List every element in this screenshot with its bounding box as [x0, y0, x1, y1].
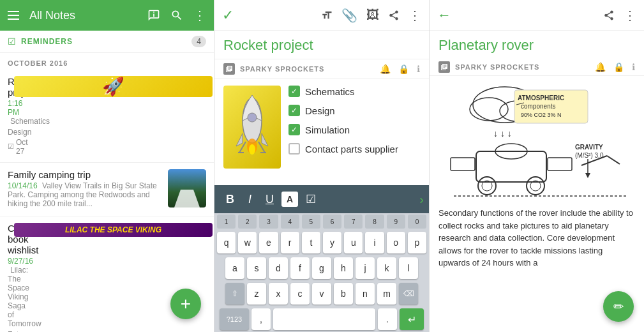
share-icon[interactable]	[388, 10, 400, 21]
key-n[interactable]: n	[356, 283, 375, 305]
highlight-button[interactable]: A	[281, 192, 298, 207]
key-q[interactable]: q	[217, 232, 236, 253]
key-b[interactable]: b	[334, 283, 353, 305]
key-t[interactable]: t	[302, 232, 320, 253]
rover-notebook-name: SPARKY SPROCKETS	[455, 63, 590, 71]
key-m[interactable]: m	[377, 283, 396, 305]
checklist-text-parts: Contact parts supplier	[305, 144, 398, 155]
back-icon[interactable]: ←	[437, 7, 451, 24]
more-icon-editor[interactable]: ⋮	[408, 8, 421, 23]
rover-lock-icon[interactable]: 🔒	[613, 62, 624, 72]
note-item-rocket[interactable]: Rocket project 1:16 PM Schematics Design…	[0, 70, 214, 163]
font-icon[interactable]	[321, 10, 333, 21]
editor-title: Rocket project	[223, 37, 420, 54]
key-o[interactable]: o	[387, 232, 405, 253]
svg-text:↓ ↓ ↓: ↓ ↓ ↓	[493, 128, 512, 139]
key-l[interactable]: l	[399, 257, 418, 279]
search-icon[interactable]	[170, 9, 183, 22]
key-u[interactable]: u	[344, 232, 363, 253]
note-title-camping: Family camping trip	[8, 169, 161, 180]
key-space[interactable]	[273, 308, 375, 330]
key-c[interactable]: c	[290, 283, 310, 305]
key-comma[interactable]: ,	[251, 308, 271, 330]
checklist-item-schematics[interactable]: Schematics	[288, 86, 420, 97]
notes-panel: All Notes ⋮ ☑ REMINDERS 4 OCTOBER 2016 R…	[0, 0, 214, 332]
add-note-button[interactable]: +	[170, 289, 201, 319]
expand-format-icon[interactable]: ›	[419, 192, 424, 207]
key-v[interactable]: v	[312, 283, 331, 305]
checklist-item-design[interactable]: Design	[288, 105, 420, 116]
key-symbols[interactable]: ?123	[220, 308, 249, 330]
notebook-bar: SPARKY SPROCKETS 🔔 🔒 ℹ	[214, 59, 429, 79]
reminders-bar[interactable]: ☑ REMINDERS 4	[0, 31, 214, 53]
checklist-text-schematics: Schematics	[305, 86, 355, 97]
checkbox-simulation[interactable]	[288, 124, 300, 135]
checkbox-parts[interactable]	[288, 143, 300, 155]
share-icon-rover[interactable]	[603, 8, 615, 23]
svg-rect-20	[548, 158, 572, 170]
rover-info-icon[interactable]: ℹ	[632, 62, 635, 72]
key-s[interactable]: s	[247, 257, 266, 279]
info-icon[interactable]: ℹ	[417, 64, 420, 74]
key-d[interactable]: d	[269, 257, 288, 279]
keyboard-row1: q w e r t y u i o p	[214, 230, 429, 255]
svg-point-1	[248, 113, 257, 122]
key-j[interactable]: j	[356, 257, 375, 279]
italic-button[interactable]: I	[242, 189, 258, 210]
rover-alarm-icon[interactable]: 🔔	[595, 62, 606, 72]
key-k[interactable]: k	[377, 257, 396, 279]
key-w[interactable]: w	[238, 232, 257, 253]
keyboard-row2: a s d f g h j k l	[214, 255, 429, 281]
note-item-camping[interactable]: Family camping trip 10/14/16 Valley View…	[0, 163, 214, 216]
bold-button[interactable]: B	[220, 189, 241, 210]
key-i[interactable]: i	[365, 232, 384, 253]
checklist-item-simulation[interactable]: Simulation	[288, 124, 420, 135]
num-hint-6: 6	[323, 215, 341, 229]
key-enter[interactable]: ↵	[400, 308, 424, 330]
svg-text:ATMOSPHERIC: ATMOSPHERIC	[518, 94, 564, 102]
edit-fab-button[interactable]: ✏	[603, 291, 634, 322]
key-z[interactable]: z	[247, 283, 266, 305]
more-icon-rover[interactable]: ⋮	[624, 8, 636, 23]
editor-header: ✓ 📎 🖼 ⋮	[214, 0, 429, 31]
key-period[interactable]: .	[378, 308, 397, 330]
note-meta-camping: 10/14/16 Valley View Trails in Big Sur S…	[8, 181, 161, 208]
num-hint-0: 0	[408, 215, 426, 229]
menu-icon[interactable]	[8, 11, 19, 20]
key-shift[interactable]: ⇧	[225, 283, 244, 305]
key-g[interactable]: g	[312, 257, 331, 279]
key-h[interactable]: h	[334, 257, 353, 279]
notes-header: All Notes ⋮	[0, 0, 214, 31]
key-p[interactable]: p	[408, 232, 426, 253]
key-y[interactable]: y	[323, 232, 341, 253]
note-content-camping: Family camping trip 10/14/16 Valley View…	[8, 169, 161, 209]
checkbox-schematics[interactable]	[288, 86, 300, 97]
checklist-text-design: Design	[305, 105, 335, 116]
more-icon[interactable]: ⋮	[193, 8, 206, 23]
notes-title: All Notes	[29, 9, 137, 22]
key-x[interactable]: x	[269, 283, 288, 305]
key-e[interactable]: e	[259, 232, 278, 253]
key-r[interactable]: r	[281, 232, 299, 253]
checklist-button[interactable]: ☑	[299, 188, 322, 210]
svg-text:(M/S²) 3.0: (M/S²) 3.0	[575, 152, 604, 159]
image-icon[interactable]: 🖼	[366, 8, 379, 22]
checkbox-design[interactable]	[288, 105, 300, 116]
alarm-icon[interactable]: 🔔	[380, 64, 391, 74]
svg-text:90% CO2   3% N: 90% CO2 3% N	[521, 112, 562, 118]
checklist-item-parts[interactable]: Contact parts supplier	[288, 143, 420, 155]
compose-icon[interactable]	[147, 9, 160, 22]
key-backspace[interactable]: ⌫	[399, 283, 418, 305]
key-a[interactable]: a	[225, 257, 244, 279]
notebook-icon	[223, 63, 235, 75]
num-hint-1: 1	[217, 215, 236, 229]
key-f[interactable]: f	[290, 257, 310, 279]
svg-point-3	[249, 144, 255, 155]
underline-button[interactable]: U	[259, 189, 280, 210]
rover-header-icons: ⋮	[603, 8, 636, 23]
lock-icon[interactable]: 🔒	[398, 64, 409, 74]
confirm-icon[interactable]: ✓	[222, 7, 234, 24]
attach-icon[interactable]: 📎	[341, 8, 357, 23]
editor-toolbar: 📎 🖼 ⋮	[321, 8, 421, 23]
checklist-text-simulation: Simulation	[305, 124, 350, 135]
